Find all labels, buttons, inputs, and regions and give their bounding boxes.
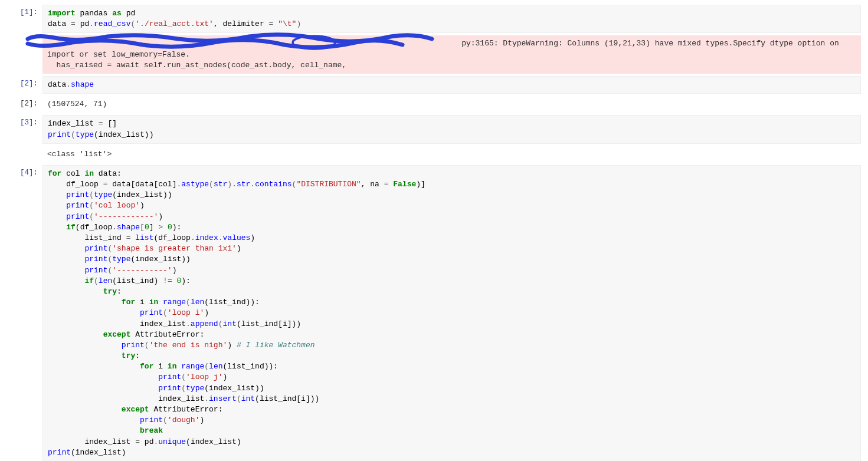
notebook-cell: <class 'list'> xyxy=(7,146,861,163)
notebook-cell: [2]:data.shape xyxy=(7,76,861,94)
cell-prompt: [2]: xyxy=(7,76,42,90)
code-input[interactable]: import pandas as pd data = pd.read_csv('… xyxy=(42,5,861,33)
redaction-scribble xyxy=(25,31,438,53)
cell-prompt: [3]: xyxy=(7,115,42,129)
notebook-cell: [2]:(1507524, 71) xyxy=(7,96,861,113)
notebook-cell: py:3165: DtypeWarning: Columns (19,21,33… xyxy=(7,35,861,74)
cell-prompt: [4]: xyxy=(7,165,42,179)
code-input[interactable]: data.shape xyxy=(42,76,861,94)
notebook-cell: [1]:import pandas as pd data = pd.read_c… xyxy=(7,5,861,33)
text-output: (1507524, 71) xyxy=(42,96,861,113)
warning-output: py:3165: DtypeWarning: Columns (19,21,33… xyxy=(42,35,861,74)
cell-prompt: [2]: xyxy=(7,96,42,110)
notebook-cell: [4]:for col in data: df_loop = data[data… xyxy=(7,165,861,461)
notebook-cell: [3]:index_list = [] print(type(index_lis… xyxy=(7,115,861,143)
code-input[interactable]: index_list = [] print(type(index_list)) xyxy=(42,115,861,143)
text-output: <class 'list'> xyxy=(42,146,861,163)
code-input[interactable]: for col in data: df_loop = data[data[col… xyxy=(42,165,861,461)
cell-prompt xyxy=(7,146,42,149)
cell-prompt xyxy=(7,35,42,38)
cell-prompt: [1]: xyxy=(7,5,42,18)
svg-point-0 xyxy=(293,36,335,49)
